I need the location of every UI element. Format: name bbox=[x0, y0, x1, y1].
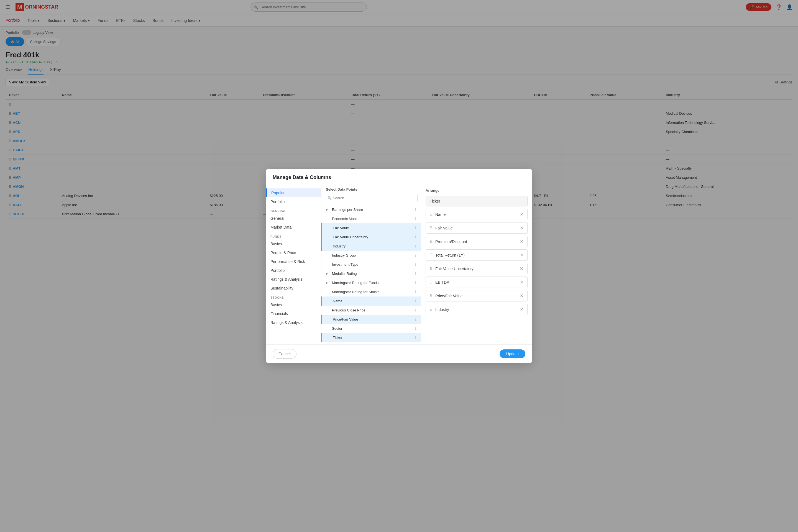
section-general-label: General bbox=[266, 206, 321, 214]
arrange-item: ⠿Fair Value✕ bbox=[425, 222, 528, 223]
expand-arrow-icon: ▶ bbox=[326, 208, 330, 211]
data-search-input[interactable] bbox=[325, 194, 418, 202]
select-header: Select Data Points bbox=[321, 184, 421, 194]
arrange-item: ⠿Name✕ bbox=[425, 209, 528, 220]
arrange-item-label: Ticker bbox=[430, 199, 440, 203]
search-wrapper: 🔍 bbox=[321, 194, 421, 205]
data-item-label: Economic Moat bbox=[332, 217, 357, 221]
modal-overlay[interactable]: Manage Data & Columns Popular Portfolio … bbox=[0, 0, 798, 223]
data-item-label: Earnings per Share bbox=[332, 208, 363, 212]
right-panel: Arrange Ticker⠿Name✕⠿Fair Value✕⠿Premium… bbox=[421, 184, 532, 223]
middle-panel: Select Data Points 🔍 ▶Earnings per Share… bbox=[321, 184, 421, 223]
arrange-header: Arrange bbox=[425, 188, 528, 193]
left-item-portfolio[interactable]: Portfolio bbox=[266, 197, 321, 206]
left-panel: Popular Portfolio General General Market… bbox=[266, 184, 321, 223]
data-list-item[interactable]: ▶Earnings per Shareℹ bbox=[321, 205, 421, 214]
drag-handle-icon[interactable]: ⠿ bbox=[430, 212, 433, 217]
remove-icon[interactable]: ✕ bbox=[520, 212, 524, 217]
arrange-item-label: Name bbox=[435, 212, 445, 217]
manage-columns-modal: Manage Data & Columns Popular Portfolio … bbox=[266, 169, 532, 223]
arrange-item: Ticker bbox=[425, 196, 528, 206]
info-icon[interactable]: ℹ bbox=[415, 208, 416, 212]
modal-body: Popular Portfolio General General Market… bbox=[266, 184, 532, 223]
modal-title: Manage Data & Columns bbox=[273, 174, 525, 180]
search-icon-modal: 🔍 bbox=[327, 196, 332, 200]
data-list: ▶Earnings per ShareℹEconomic MoatℹFair V… bbox=[321, 205, 421, 223]
data-list-item[interactable]: Economic Moatℹ bbox=[321, 214, 421, 223]
info-icon[interactable]: ℹ bbox=[415, 217, 416, 221]
left-item-general[interactable]: General bbox=[266, 214, 321, 223]
modal-header: Manage Data & Columns bbox=[266, 169, 532, 184]
left-item-popular[interactable]: Popular bbox=[266, 188, 321, 197]
arrange-list: Ticker⠿Name✕⠿Fair Value✕⠿Premium/Discoun… bbox=[425, 196, 528, 223]
